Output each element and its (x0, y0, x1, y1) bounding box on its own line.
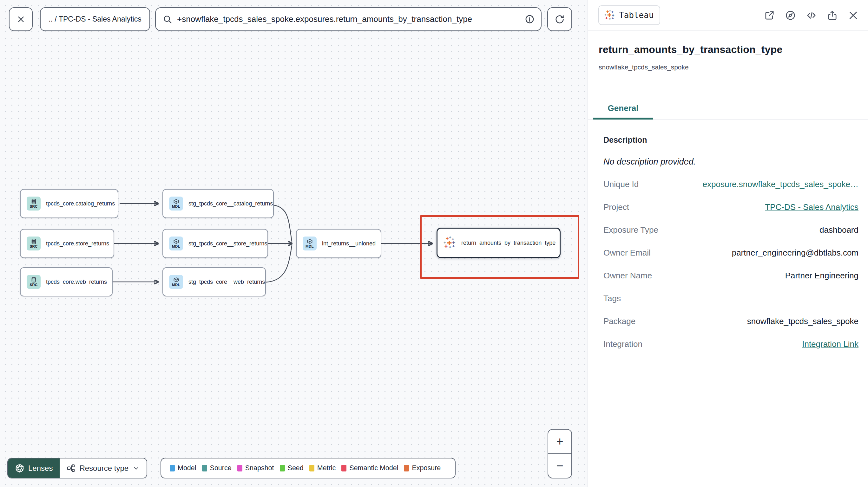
source-badge: SRC (27, 197, 41, 210)
dbt-explorer-lineage-app: SRC tpcds_core.catalog_returns SRC tpcds… (0, 0, 868, 487)
seed-color-chip (280, 465, 285, 472)
search-icon (163, 14, 172, 24)
legend-item: Snapshot (237, 464, 274, 472)
cube-icon (173, 198, 179, 204)
refresh-icon (555, 14, 565, 24)
share-button[interactable] (827, 9, 838, 21)
field-row-integration: Integration Integration Link (603, 338, 859, 350)
lenses-button[interactable]: Lenses (8, 458, 60, 478)
resource-type-dropdown[interactable]: Resource type (60, 458, 147, 478)
code-icon (806, 10, 817, 21)
semantic-model-color-chip (341, 465, 346, 472)
source-badge: SRC (27, 275, 41, 289)
model-badge: MDL (169, 236, 183, 251)
close-panel-button[interactable] (847, 9, 859, 21)
external-link-icon (764, 10, 775, 21)
node-exposure-return_amounts_by_transaction_type[interactable]: ✚✚✚✚✚✚✚✚✚ return_amounts_by_transaction_… (437, 228, 561, 258)
zoom-out-button[interactable]: − (548, 454, 571, 478)
field-row-owner-name: Owner Name Partner Engineering (603, 270, 859, 281)
chevron-down-icon (133, 465, 140, 472)
panel-header: ✚✚✚✚✚✚✚✚✚ Tableau (588, 0, 868, 31)
database-icon (31, 238, 37, 245)
legend-item: Seed (280, 464, 304, 472)
source-badge: SRC (27, 236, 41, 251)
field-row-exposure-type: Exposure Type dashboard (603, 224, 859, 235)
cube-icon (173, 238, 179, 245)
database-icon (31, 277, 37, 283)
cube-icon (173, 277, 179, 283)
exposure-color-chip (404, 465, 409, 472)
resource-graph-icon (67, 464, 75, 473)
zoom-in-button[interactable]: + (548, 430, 571, 454)
search-input[interactable] (177, 14, 525, 24)
node-source-tpcds_core-web_returns[interactable]: SRC tpcds_core.web_returns (20, 267, 113, 296)
zoom-controls: + − (548, 429, 572, 479)
lenses-control-group: Lenses Resource type (7, 458, 147, 479)
explore-compass-button[interactable] (784, 9, 796, 21)
node-source-tpcds_core-store_returns[interactable]: SRC tpcds_core.store_returns (20, 229, 114, 258)
tableau-logo-icon: ✚✚✚✚✚✚✚✚✚ (444, 237, 456, 249)
cube-icon (307, 238, 313, 245)
model-color-chip (170, 465, 175, 472)
node-model-int_returns__unioned[interactable]: MDL int_returns__unioned (296, 229, 381, 258)
database-icon (31, 198, 37, 204)
source-color-chip (202, 465, 207, 472)
lineage-canvas[interactable]: SRC tpcds_core.catalog_returns SRC tpcds… (0, 0, 588, 487)
close-icon (848, 10, 859, 21)
close-icon (17, 15, 25, 24)
panel-tabs: General (588, 98, 868, 120)
resource-type-legend: Model Source Snapshot Seed Metric Semant… (160, 458, 456, 479)
legend-item: Source (202, 464, 231, 472)
page-title: return_amounts_by_transaction_type (599, 44, 782, 56)
integration-link[interactable]: Integration Link (802, 339, 859, 349)
refresh-graph-button[interactable] (547, 7, 572, 31)
unique-id-link[interactable]: exposure.snowflake_tpcds_sales_spoke… (703, 180, 859, 189)
aperture-icon (15, 463, 24, 473)
view-code-button[interactable] (806, 9, 817, 21)
breadcrumb[interactable]: .. / TPC-DS - Sales Analytics (40, 7, 150, 31)
node-source-tpcds_core-catalog_returns[interactable]: SRC tpcds_core.catalog_returns (20, 189, 118, 218)
snapshot-color-chip (237, 465, 242, 472)
share-icon (827, 10, 838, 21)
model-badge: MDL (169, 197, 183, 210)
legend-item: Semantic Model (341, 464, 398, 472)
model-badge: MDL (303, 236, 317, 251)
lineage-search (155, 7, 541, 31)
panel-actions (764, 9, 859, 21)
field-row-tags: Tags (603, 293, 859, 304)
legend-item: Model (170, 464, 196, 472)
node-details-panel: ✚✚✚✚✚✚✚✚✚ Tableau (588, 0, 868, 487)
open-external-button[interactable] (764, 9, 775, 21)
node-model-stg_tpcds_core__store_returns[interactable]: MDL stg_tpcds_core__store_returns (162, 229, 268, 258)
legend-item: Metric (309, 464, 336, 472)
field-row-unique-id: Unique Id exposure.snowflake_tpcds_sales… (603, 178, 859, 190)
integration-badge[interactable]: ✚✚✚✚✚✚✚✚✚ Tableau (598, 5, 660, 25)
legend-item: Exposure (404, 464, 441, 472)
info-icon[interactable] (525, 14, 534, 24)
compass-icon (785, 10, 796, 21)
node-model-stg_tpcds_core__catalog_returns[interactable]: MDL stg_tpcds_core__catalog_returns (162, 189, 274, 218)
node-model-stg_tpcds_core__web_returns[interactable]: MDL stg_tpcds_core__web_returns (162, 267, 266, 296)
description-empty-text: No description provided. (603, 157, 696, 167)
package-subtitle: snowflake_tpcds_sales_spoke (599, 63, 689, 71)
field-row-owner-email: Owner Email partner_engineering@dbtlabs.… (603, 247, 859, 258)
field-row-project: Project TPC-DS - Sales Analytics (603, 201, 859, 213)
tab-general[interactable]: General (593, 99, 653, 120)
model-badge: MDL (169, 275, 183, 289)
field-row-package: Package snowflake_tpcds_sales_spoke (603, 316, 859, 327)
close-graph-button[interactable] (9, 7, 33, 31)
description-heading: Description (603, 135, 647, 144)
project-link[interactable]: TPC-DS - Sales Analytics (765, 202, 859, 212)
tableau-logo-icon: ✚✚✚✚✚✚✚✚✚ (605, 10, 615, 20)
metric-color-chip (309, 465, 314, 472)
